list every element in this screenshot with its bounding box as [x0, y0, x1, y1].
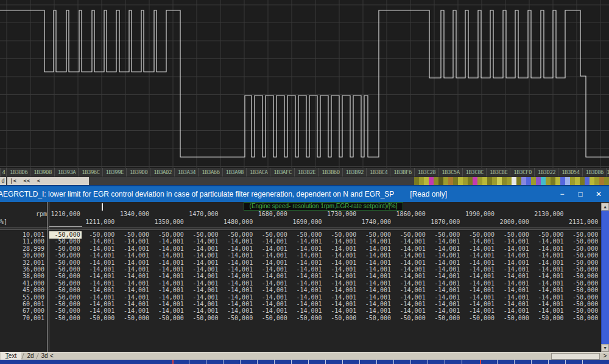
scroll-up-button[interactable]: ▲	[601, 203, 609, 211]
address-cell[interactable]: 1B3AFC	[270, 168, 294, 177]
tab-text[interactable]: Text	[1, 352, 21, 360]
file-overview-strip[interactable]	[0, 360, 609, 364]
map-cell[interactable]: -14,001	[498, 245, 529, 252]
map-cell[interactable]: -14,001	[84, 301, 115, 307]
axis-col-header[interactable]: 2130,000	[533, 211, 564, 217]
map-cell[interactable]: -14,001	[429, 266, 460, 273]
address-cell[interactable]: 1B3A34	[174, 168, 199, 177]
map-cell[interactable]: -50,000	[49, 315, 80, 321]
address-cell[interactable]: 1B399E	[102, 168, 127, 177]
address-cell[interactable]: 1B3D54	[558, 168, 582, 177]
map-cell[interactable]: -14,001	[222, 280, 253, 287]
map-cell[interactable]: -50,000	[568, 238, 599, 245]
map-cell[interactable]: -14,001	[256, 238, 287, 245]
axis-col-header[interactable]: 1680,000	[256, 211, 287, 217]
map-cell[interactable]: -14,001	[498, 252, 529, 259]
map-cell[interactable]: -14,001	[429, 287, 460, 293]
map-cell[interactable]: -50,000	[533, 315, 564, 321]
map-cell[interactable]: -14,001	[222, 245, 253, 252]
map-cell[interactable]: -14,001	[360, 280, 391, 287]
address-cell[interactable]: 1B3ACA	[246, 168, 270, 177]
axis-col-header[interactable]: 1210,000	[49, 211, 80, 217]
map-cell[interactable]: -14,001	[463, 273, 495, 279]
record-nav-controls[interactable]: |< << <	[7, 177, 89, 185]
map-cell[interactable]: -14,001	[498, 294, 529, 301]
address-cell[interactable]: 1B3BF6	[390, 168, 414, 177]
map-cell[interactable]: -14,001	[222, 238, 253, 245]
map-cell[interactable]: -50,000	[568, 287, 599, 293]
map-cell[interactable]: -14,001	[222, 252, 253, 259]
map-cell[interactable]: -14,001	[429, 259, 460, 266]
map-cell[interactable]: -14,001	[395, 287, 426, 293]
axis-col-header[interactable]: 2131,000	[568, 219, 599, 225]
axis-col-header[interactable]: 1990,000	[463, 211, 495, 217]
map-cell[interactable]: -14,001	[429, 294, 460, 301]
address-cell[interactable]: 1B3D86	[582, 168, 607, 177]
map-cell[interactable]: -14,001	[360, 287, 391, 293]
map-cell[interactable]: -14,001	[291, 259, 322, 266]
map-cell[interactable]: -14,001	[118, 245, 149, 252]
map-cell[interactable]: -50,000	[568, 301, 599, 307]
map-cell[interactable]: -14,001	[533, 266, 564, 273]
address-cell[interactable]: 1B3BC4	[366, 168, 390, 177]
map-cell[interactable]: -50,000	[429, 315, 460, 321]
map-cell[interactable]: -50,000	[568, 294, 599, 301]
map-cell[interactable]: -14,001	[533, 259, 564, 266]
map-cell[interactable]: -50,000	[498, 231, 529, 238]
map-cell[interactable]: -14,001	[153, 245, 184, 252]
map-cell[interactable]: -14,001	[291, 266, 322, 273]
map-cell[interactable]: -14,001	[429, 252, 460, 259]
map-cell[interactable]: -14,001	[188, 266, 219, 273]
map-cell[interactable]: -14,001	[498, 273, 529, 279]
map-cell[interactable]: -14,001	[498, 307, 529, 314]
map-cell[interactable]: -14,001	[326, 301, 357, 307]
map-cell[interactable]: -50,000	[533, 231, 564, 238]
map-cell[interactable]: -50,000	[49, 301, 80, 307]
map-cell[interactable]: -14,001	[429, 280, 460, 287]
axis-row-header[interactable]: 67,000	[11, 307, 44, 314]
axis-row-header[interactable]: 11,000	[11, 238, 44, 245]
map-cell[interactable]: -14,001	[463, 294, 495, 301]
map-cell[interactable]: -14,001	[256, 252, 287, 259]
map-cell[interactable]: -14,001	[360, 294, 391, 301]
scroll-down-button[interactable]: ▼	[601, 344, 609, 352]
map-cell[interactable]: -14,001	[498, 238, 529, 245]
tab-2d[interactable]: 2d	[24, 352, 37, 360]
map-cell[interactable]: -14,001	[533, 252, 564, 259]
axis-col-header[interactable]: 1350,000	[153, 219, 184, 225]
map-cell[interactable]: -50,000	[49, 280, 80, 287]
map-cell[interactable]: -14,001	[291, 252, 322, 259]
map-cell[interactable]: -14,001	[84, 245, 115, 252]
map-cell[interactable]: -14,001	[498, 280, 529, 287]
map-cell[interactable]: -50,000	[118, 231, 149, 238]
map-cell[interactable]: -14,001	[118, 252, 149, 259]
map-cell[interactable]: -14,001	[222, 301, 253, 307]
map-cell[interactable]: -50,000	[326, 315, 357, 321]
map-cell[interactable]: -14,001	[118, 307, 149, 314]
axis-col-header[interactable]: 1870,000	[429, 219, 460, 225]
map-cell[interactable]: -14,001	[463, 301, 495, 307]
map-cell[interactable]: -14,001	[153, 280, 184, 287]
map-cell[interactable]: -14,001	[153, 287, 184, 293]
axis-row-header[interactable]: 10,001	[11, 231, 44, 238]
map-cell[interactable]: -50,000	[49, 294, 80, 301]
axis-row-header[interactable]: 60,001	[11, 301, 44, 307]
map-cell[interactable]: -50,000	[429, 231, 460, 238]
axis-col-header[interactable]: 1690,000	[291, 219, 322, 225]
address-cell[interactable]: 1B38D6	[6, 168, 30, 177]
map-cell[interactable]: -14,001	[395, 245, 426, 252]
map-cell[interactable]: -50,000	[568, 266, 599, 273]
map-cell[interactable]: -14,001	[188, 294, 219, 301]
map-cell[interactable]: -14,001	[153, 238, 184, 245]
map-cell[interactable]: -14,001	[429, 273, 460, 279]
map-cell[interactable]: -14,001	[188, 307, 219, 314]
map-cell[interactable]: -50,000	[568, 252, 599, 259]
map-cell[interactable]: -50,000	[498, 315, 529, 321]
map-cell[interactable]: -14,001	[463, 287, 495, 293]
step-back-button[interactable]: <	[37, 178, 40, 184]
map-cell[interactable]: -14,001	[326, 238, 357, 245]
map-cell[interactable]: -14,001	[498, 287, 529, 293]
map-cell[interactable]: -14,001	[463, 259, 495, 266]
axis-col-header[interactable]: 1730,000	[326, 211, 357, 217]
map-cell[interactable]: -14,001	[188, 280, 219, 287]
